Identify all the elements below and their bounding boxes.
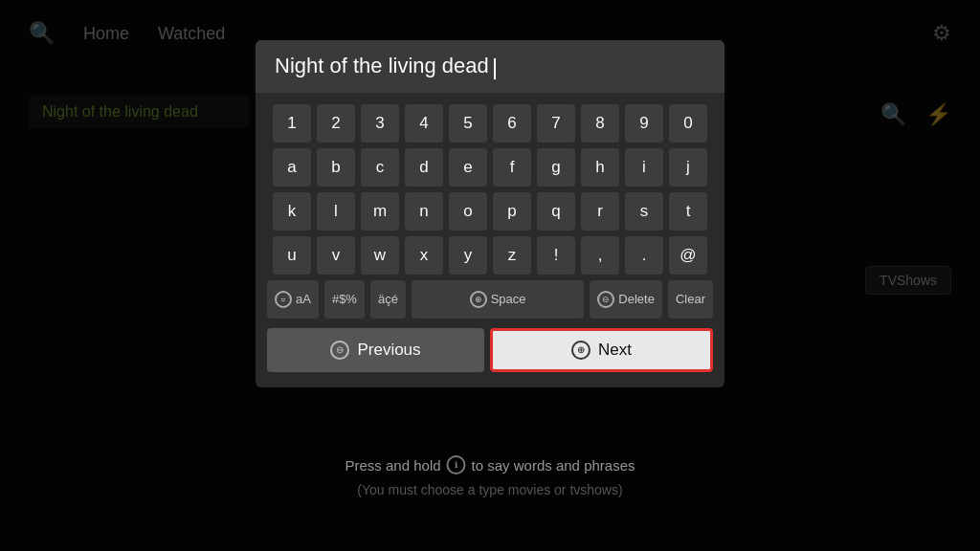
accent-label: äçé: [378, 292, 398, 306]
key-s[interactable]: s: [625, 192, 663, 231]
key-q[interactable]: q: [537, 192, 575, 231]
case-toggle-key[interactable]: = aA: [267, 280, 319, 319]
key-e[interactable]: e: [449, 148, 487, 187]
delete-key[interactable]: ⊖ Delete: [590, 280, 662, 319]
key-4[interactable]: 4: [405, 104, 443, 143]
voice-hint: Press and hold ℹ to say words and phrase…: [345, 455, 635, 474]
key-r[interactable]: r: [581, 192, 619, 231]
key-h[interactable]: h: [581, 148, 619, 187]
hash-label: #$%: [332, 292, 357, 306]
key-y[interactable]: y: [449, 236, 487, 275]
delete-icon: ⊖: [597, 291, 614, 308]
key-v[interactable]: v: [317, 236, 355, 275]
key-w[interactable]: w: [361, 236, 399, 275]
key-exclaim[interactable]: !: [537, 236, 575, 275]
hint-suffix: to say words and phrases: [472, 457, 635, 474]
key-m[interactable]: m: [361, 192, 399, 231]
key-i[interactable]: i: [625, 148, 663, 187]
delete-label: Delete: [618, 292, 655, 306]
space-label: Space: [491, 292, 526, 306]
sub-hint-label: (You must choose a type movies or tvshow…: [357, 482, 622, 497]
mic-icon: ℹ: [447, 455, 466, 474]
hash-key[interactable]: #$%: [324, 280, 365, 319]
key-l[interactable]: l: [317, 192, 355, 231]
key-9[interactable]: 9: [625, 104, 663, 143]
key-1[interactable]: 1: [273, 104, 311, 143]
special-keys-row: = aA #$% äçé ⊕ Space ⊖ Delete Clear: [256, 280, 724, 319]
hint-prefix: Press and hold: [345, 457, 440, 474]
space-key[interactable]: ⊕ Space: [412, 280, 584, 319]
key-6[interactable]: 6: [493, 104, 531, 143]
key-a[interactable]: a: [273, 148, 311, 187]
key-at[interactable]: @: [669, 236, 707, 275]
key-comma[interactable]: ,: [581, 236, 619, 275]
previous-label: Previous: [357, 341, 420, 360]
key-u[interactable]: u: [273, 236, 311, 275]
space-icon: ⊕: [470, 291, 487, 308]
next-button[interactable]: ⊕ Next: [490, 328, 713, 372]
next-label: Next: [598, 341, 632, 360]
virtual-keyboard: 1 2 3 4 5 6 7 8 9 0 a b c d e f g h i j …: [256, 104, 724, 275]
key-g[interactable]: g: [537, 148, 575, 187]
row-u-at: u v w x y z ! , . @: [267, 236, 713, 275]
key-j[interactable]: j: [669, 148, 707, 187]
next-icon: ⊕: [571, 341, 590, 360]
key-d[interactable]: d: [405, 148, 443, 187]
search-input-area[interactable]: Night of the living dead: [256, 40, 724, 93]
row-k-t: k l m n o p q r s t: [267, 192, 713, 231]
key-b[interactable]: b: [317, 148, 355, 187]
key-o[interactable]: o: [449, 192, 487, 231]
key-7[interactable]: 7: [537, 104, 575, 143]
previous-button[interactable]: ⊖ Previous: [267, 328, 484, 372]
text-cursor: [494, 58, 496, 79]
key-period[interactable]: .: [625, 236, 663, 275]
key-5[interactable]: 5: [449, 104, 487, 143]
key-8[interactable]: 8: [581, 104, 619, 143]
row-a-j: a b c d e f g h i j: [267, 148, 713, 187]
key-f[interactable]: f: [493, 148, 531, 187]
key-z[interactable]: z: [493, 236, 531, 275]
sub-hint-text: (You must choose a type movies or tvshow…: [357, 482, 622, 497]
search-input-value: Night of the living dead: [275, 54, 489, 77]
key-t[interactable]: t: [669, 192, 707, 231]
key-k[interactable]: k: [273, 192, 311, 231]
key-c[interactable]: c: [361, 148, 399, 187]
clear-key[interactable]: Clear: [668, 280, 713, 319]
key-2[interactable]: 2: [317, 104, 355, 143]
previous-icon: ⊖: [330, 341, 349, 360]
key-n[interactable]: n: [405, 192, 443, 231]
key-x[interactable]: x: [405, 236, 443, 275]
key-p[interactable]: p: [493, 192, 531, 231]
clear-label: Clear: [676, 292, 705, 306]
navigation-buttons: ⊖ Previous ⊕ Next: [256, 328, 724, 372]
number-row: 1 2 3 4 5 6 7 8 9 0: [267, 104, 713, 143]
keyboard-modal: Night of the living dead 1 2 3 4 5 6 7 8…: [256, 40, 724, 387]
key-3[interactable]: 3: [361, 104, 399, 143]
case-icon: =: [275, 291, 292, 308]
case-label: aA: [296, 292, 311, 306]
accent-key[interactable]: äçé: [370, 280, 406, 319]
key-0[interactable]: 0: [669, 104, 707, 143]
